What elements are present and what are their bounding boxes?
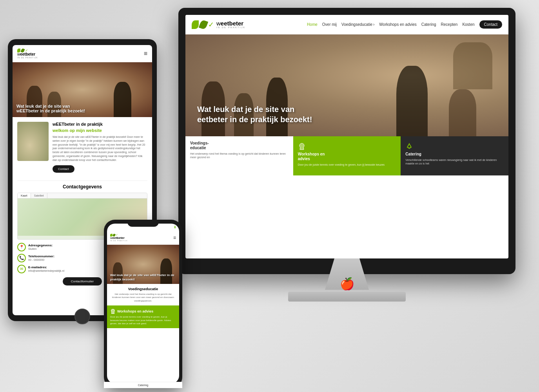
card-catering: Catering Verschillende schoolteams waren… (401, 136, 508, 175)
phone-workshops-card: Workshops en advies Door jou de juiste k… (107, 305, 179, 328)
card-voedingseducatie-title: Voedings-educatie (190, 141, 289, 150)
phone-hero: Wat leuk dat je de site van wEETbeter in… (107, 245, 179, 284)
logo-sub: IN DE PRAKTIJK (216, 26, 245, 29)
card-workshops-text: Door jou de juiste kennis over voeding t… (298, 163, 396, 166)
phone-signal-icon: ▲▲▲ (158, 226, 166, 229)
phone-status-icons: ▲▲▲ WiFi 🔋 (158, 226, 177, 229)
desktop-logo: ✓ weetbeter IN DE PRAKTIJK (192, 20, 245, 29)
phone-section1-title: Voedingseducatie (110, 287, 176, 291)
phone-navbar: ✓ weetbeter IN DE PRAKTIJK ≡ (107, 231, 179, 245)
scene: ✓ weetbeter IN DE PRAKTIJK Home (0, 0, 539, 392)
tablet-subtitle: welkom op mijn website (53, 128, 147, 133)
phone-icon: 📞 (17, 254, 26, 262)
phone-device: 9:41 ▲▲▲ WiFi 🔋 ✓ (104, 220, 182, 388)
phone-notch (127, 220, 159, 227)
phone-logo-text: weetbeter (110, 237, 125, 240)
phone-screen: 9:41 ▲▲▲ WiFi 🔋 ✓ (107, 224, 179, 383)
tablet-text-area: wEETbeter in de praktijk welkom op mijn … (53, 122, 147, 173)
nav-catering[interactable]: Catering (421, 22, 436, 27)
card-voedingseducatie: Voedings-educatie Het onderwerp rond het… (185, 136, 293, 175)
contact-email-label: E-mailadres: info@weetbeterindepraktijk.… (28, 266, 64, 273)
leaf-icon-2 (199, 19, 208, 30)
tablet-logo: ✓ weetbeter IN DE PRAKTIJK (17, 49, 38, 59)
tablet-hero: Wat leuk dat je de site van wEETbeter in… (13, 62, 152, 117)
catering-icon (405, 143, 413, 150)
person-silhouette-5 (396, 66, 428, 136)
nav-over-mij[interactable]: Over mij (322, 22, 337, 27)
phone-workshops-icon (110, 309, 116, 314)
tablet-logo-text: weetbeter (17, 52, 35, 56)
phone-battery-icon: 🔋 (173, 226, 177, 229)
desktop-hero: Wat leuk dat je de site van eetbeter in … (185, 34, 508, 136)
tablet-divider (17, 181, 147, 181)
tablet-contactform-button[interactable]: Contactformulier (63, 277, 102, 285)
logo-brand: weetbeter (216, 20, 243, 26)
phone-hero-text: Wat leuk dat je de site van wEETbeter in… (110, 273, 179, 282)
tablet-content-image (17, 122, 49, 161)
apple-logo: 🍎 (340, 277, 354, 291)
tablet-navbar: ✓ weetbeter IN DE PRAKTIJK ≡ (13, 45, 152, 62)
phone-section1-text: Het onderwijs rond het thema voeding is … (110, 293, 176, 302)
nav-voedingseducatie[interactable]: Voedingseducatie› (341, 22, 374, 27)
nav-links: Home Over mij Voedingseducatie› Workshop… (307, 20, 502, 29)
leaf-icon (192, 20, 199, 29)
card-workshops-title: Workshops enadvies (298, 152, 396, 161)
desktop-navbar: ✓ weetbeter IN DE PRAKTIJK Home (185, 15, 508, 34)
tablet-logo-sub: IN DE PRAKTIJK (17, 56, 38, 59)
map-tab-satelliet[interactable]: Satelliet (31, 193, 47, 198)
tablet-home-button[interactable] (74, 309, 90, 324)
phone-workshops-text: Door jou de juiste kennis over voeding t… (110, 315, 176, 325)
person-silhouette-6 (453, 42, 492, 89)
tablet-body-text: Wat leuk dat je de site van wEETbeter in… (53, 135, 147, 162)
nav-recepten[interactable]: Recepten (441, 22, 458, 27)
contact-address-label: Adresgegevens: Sluiten (28, 244, 53, 251)
logo-icons: ✓ (192, 20, 214, 29)
phone-logo-sub: IN DE PRAKTIJK (110, 240, 128, 242)
workshops-icon (298, 143, 306, 150)
phone-voedingseducatie-section: Voedingseducatie Het onderwijs rond het … (107, 284, 179, 305)
tablet-section-title: wEETbeter in de praktijk (53, 122, 147, 126)
hero-text: Wat leuk dat je de site van eetbeter in … (197, 104, 312, 125)
email-icon: ✉ (17, 265, 26, 273)
phone-time: 9:41 (109, 226, 116, 229)
desktop-cards: Voedings-educatie Het onderwerp rond het… (185, 136, 508, 175)
person-silhouette-4 (449, 89, 476, 136)
imac-device: ✓ weetbeter IN DE PRAKTIJK Home (178, 8, 515, 313)
map-tab-kaart[interactable]: Kaart (18, 193, 31, 198)
imac-screen: ✓ weetbeter IN DE PRAKTIJK Home (185, 15, 508, 258)
tablet-hero-text: Wat leuk dat je de site van wEETbeter in… (16, 104, 85, 113)
phone-logo: ✓ weetbeter IN DE PRAKTIJK (110, 233, 128, 242)
check-icon: ✓ (208, 20, 214, 29)
nav-contact-button[interactable]: Contact (479, 20, 502, 29)
tablet-menu-icon[interactable]: ≡ (144, 50, 147, 57)
nav-kosten[interactable]: Kosten (462, 22, 474, 27)
card-voedingseducatie-text: Het onderwerp rond het thema voeding is … (190, 152, 289, 159)
phone-menu-icon[interactable]: ≡ (173, 235, 176, 240)
card-catering-title: Catering (405, 152, 504, 157)
phone-bottom-bar: Catering (107, 382, 179, 383)
phone-wifi-icon: WiFi (167, 226, 172, 229)
card-workshops: Workshops enadvies Door jou de juiste ke… (293, 136, 401, 175)
tablet-contact-title: Contactgegevens (17, 184, 147, 190)
nav-home[interactable]: Home (307, 22, 318, 27)
tablet-img-bg (17, 122, 49, 161)
tablet-main-content: wEETbeter in de praktijk welkom op mijn … (13, 117, 152, 177)
phone-workshops-title: Workshops en advies (110, 309, 176, 314)
imac-base (288, 292, 406, 302)
address-icon: 📍 (17, 243, 26, 251)
phone-bezel: 9:41 ▲▲▲ WiFi 🔋 ✓ (104, 220, 182, 388)
tablet-silhouette-3 (114, 82, 131, 117)
nav-workshops[interactable]: Workshops en advies (379, 22, 416, 27)
tablet-contact-button[interactable]: Contact (53, 165, 74, 173)
map-tabs: Kaart Satelliet (18, 193, 147, 199)
contact-phone-label: Telefoonnummer: 00 - 0000000 (28, 255, 54, 262)
card-catering-text: Verschillende schoolteams waren nieuwsgi… (405, 158, 504, 165)
imac-screen-bezel: ✓ weetbeter IN DE PRAKTIJK Home (178, 8, 515, 274)
logo-text: weetbeter IN DE PRAKTIJK (216, 20, 245, 29)
